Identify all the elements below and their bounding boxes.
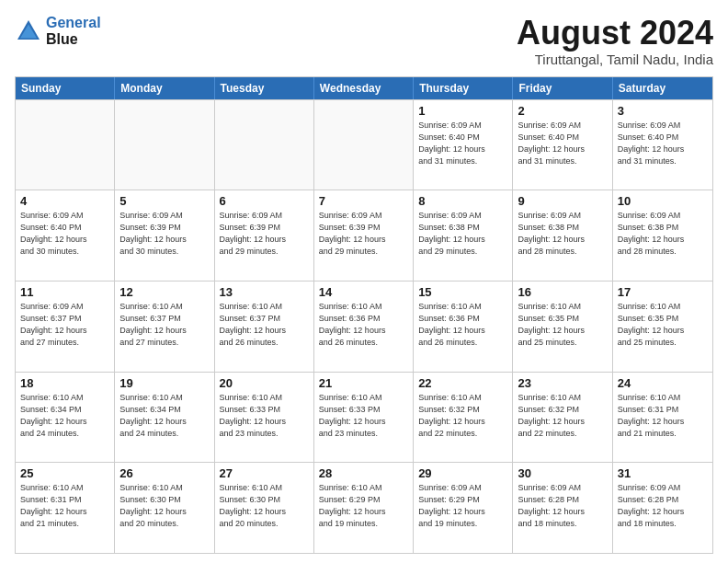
- calendar-header-cell: Tuesday: [215, 77, 314, 99]
- day-detail: Sunrise: 6:10 AM Sunset: 6:31 PM Dayligh…: [618, 392, 708, 440]
- day-number: 17: [618, 285, 708, 299]
- calendar-body: 1Sunrise: 6:09 AM Sunset: 6:40 PM Daylig…: [16, 99, 712, 553]
- calendar-cell: 3Sunrise: 6:09 AM Sunset: 6:40 PM Daylig…: [613, 100, 712, 190]
- day-number: 25: [20, 466, 109, 480]
- calendar-header-cell: Monday: [115, 77, 214, 99]
- day-detail: Sunrise: 6:09 AM Sunset: 6:38 PM Dayligh…: [618, 210, 708, 258]
- day-detail: Sunrise: 6:09 AM Sunset: 6:40 PM Dayligh…: [618, 120, 708, 167]
- calendar-cell: 7Sunrise: 6:09 AM Sunset: 6:39 PM Daylig…: [314, 190, 414, 281]
- day-number: 22: [418, 376, 507, 390]
- calendar-cell: 5Sunrise: 6:09 AM Sunset: 6:39 PM Daylig…: [115, 190, 214, 281]
- calendar-cell: 14Sunrise: 6:10 AM Sunset: 6:36 PM Dayli…: [314, 282, 414, 372]
- calendar-cell: 25Sunrise: 6:10 AM Sunset: 6:31 PM Dayli…: [16, 463, 115, 553]
- calendar-cell: 27Sunrise: 6:10 AM Sunset: 6:30 PM Dayli…: [215, 463, 314, 553]
- day-number: 26: [119, 466, 209, 480]
- calendar-header: SundayMondayTuesdayWednesdayThursdayFrid…: [16, 77, 712, 99]
- day-number: 30: [518, 466, 607, 480]
- day-detail: Sunrise: 6:10 AM Sunset: 6:31 PM Dayligh…: [20, 482, 109, 530]
- day-number: 15: [418, 285, 507, 299]
- calendar-cell: 12Sunrise: 6:10 AM Sunset: 6:37 PM Dayli…: [115, 282, 214, 372]
- day-detail: Sunrise: 6:10 AM Sunset: 6:30 PM Dayligh…: [220, 482, 309, 530]
- calendar-cell: 16Sunrise: 6:10 AM Sunset: 6:35 PM Dayli…: [513, 282, 612, 372]
- calendar-row: 18Sunrise: 6:10 AM Sunset: 6:34 PM Dayli…: [16, 372, 712, 463]
- calendar-cell: 22Sunrise: 6:10 AM Sunset: 6:32 PM Dayli…: [414, 373, 513, 463]
- calendar-cell: 2Sunrise: 6:09 AM Sunset: 6:40 PM Daylig…: [513, 100, 612, 190]
- calendar-cell: 9Sunrise: 6:09 AM Sunset: 6:38 PM Daylig…: [513, 190, 612, 281]
- calendar-cell: 31Sunrise: 6:09 AM Sunset: 6:28 PM Dayli…: [613, 463, 712, 553]
- day-detail: Sunrise: 6:10 AM Sunset: 6:32 PM Dayligh…: [418, 392, 507, 440]
- day-detail: Sunrise: 6:09 AM Sunset: 6:38 PM Dayligh…: [418, 210, 507, 258]
- calendar-row: 1Sunrise: 6:09 AM Sunset: 6:40 PM Daylig…: [16, 99, 712, 190]
- day-number: 21: [319, 376, 408, 390]
- calendar-cell: 4Sunrise: 6:09 AM Sunset: 6:40 PM Daylig…: [16, 190, 115, 281]
- day-detail: Sunrise: 6:10 AM Sunset: 6:32 PM Dayligh…: [518, 392, 607, 440]
- calendar-header-cell: Wednesday: [314, 77, 414, 99]
- day-detail: Sunrise: 6:09 AM Sunset: 6:37 PM Dayligh…: [20, 301, 109, 349]
- calendar: SundayMondayTuesdayWednesdayThursdayFrid…: [15, 76, 713, 554]
- calendar-cell: 24Sunrise: 6:10 AM Sunset: 6:31 PM Dayli…: [613, 373, 712, 463]
- day-detail: Sunrise: 6:09 AM Sunset: 6:40 PM Dayligh…: [518, 120, 607, 167]
- day-number: 14: [319, 285, 408, 299]
- day-number: 2: [518, 104, 607, 118]
- day-detail: Sunrise: 6:10 AM Sunset: 6:37 PM Dayligh…: [220, 301, 309, 349]
- day-detail: Sunrise: 6:09 AM Sunset: 6:28 PM Dayligh…: [518, 482, 607, 530]
- calendar-cell: 17Sunrise: 6:10 AM Sunset: 6:35 PM Dayli…: [613, 282, 712, 372]
- day-number: 16: [518, 285, 607, 299]
- header: General Blue August 2024 Tiruttangal, Ta…: [15, 15, 713, 67]
- calendar-cell: 15Sunrise: 6:10 AM Sunset: 6:36 PM Dayli…: [414, 282, 513, 372]
- day-number: 24: [618, 376, 708, 390]
- calendar-cell: 19Sunrise: 6:10 AM Sunset: 6:34 PM Dayli…: [115, 373, 214, 463]
- calendar-cell: 28Sunrise: 6:10 AM Sunset: 6:29 PM Dayli…: [314, 463, 414, 553]
- calendar-cell: 18Sunrise: 6:10 AM Sunset: 6:34 PM Dayli…: [16, 373, 115, 463]
- day-number: 4: [20, 194, 109, 208]
- calendar-cell: 30Sunrise: 6:09 AM Sunset: 6:28 PM Dayli…: [513, 463, 612, 553]
- logo-icon: [15, 17, 42, 45]
- day-number: 1: [418, 104, 507, 118]
- day-detail: Sunrise: 6:09 AM Sunset: 6:39 PM Dayligh…: [319, 210, 408, 258]
- day-detail: Sunrise: 6:09 AM Sunset: 6:28 PM Dayligh…: [618, 482, 708, 530]
- calendar-cell: 6Sunrise: 6:09 AM Sunset: 6:39 PM Daylig…: [215, 190, 314, 281]
- calendar-header-cell: Thursday: [414, 77, 513, 99]
- day-number: 31: [618, 466, 708, 480]
- subtitle: Tiruttangal, Tamil Nadu, India: [517, 52, 713, 67]
- day-detail: Sunrise: 6:10 AM Sunset: 6:33 PM Dayligh…: [319, 392, 408, 440]
- day-number: 12: [119, 285, 209, 299]
- day-number: 29: [418, 466, 507, 480]
- day-number: 7: [319, 194, 408, 208]
- day-detail: Sunrise: 6:10 AM Sunset: 6:34 PM Dayligh…: [20, 392, 109, 440]
- logo-text: General Blue: [46, 15, 101, 47]
- logo: General Blue: [15, 15, 101, 47]
- calendar-cell: [215, 100, 314, 190]
- calendar-cell: 23Sunrise: 6:10 AM Sunset: 6:32 PM Dayli…: [513, 373, 612, 463]
- page: General Blue August 2024 Tiruttangal, Ta…: [0, 0, 728, 563]
- title-block: August 2024 Tiruttangal, Tamil Nadu, Ind…: [517, 15, 713, 67]
- calendar-cell: 13Sunrise: 6:10 AM Sunset: 6:37 PM Dayli…: [215, 282, 314, 372]
- day-detail: Sunrise: 6:10 AM Sunset: 6:37 PM Dayligh…: [119, 301, 209, 349]
- day-number: 27: [220, 466, 309, 480]
- calendar-cell: [16, 100, 115, 190]
- day-detail: Sunrise: 6:09 AM Sunset: 6:39 PM Dayligh…: [119, 210, 209, 258]
- day-number: 23: [518, 376, 607, 390]
- day-detail: Sunrise: 6:09 AM Sunset: 6:39 PM Dayligh…: [220, 210, 309, 258]
- day-number: 28: [319, 466, 408, 480]
- day-detail: Sunrise: 6:10 AM Sunset: 6:33 PM Dayligh…: [220, 392, 309, 440]
- day-number: 10: [618, 194, 708, 208]
- day-detail: Sunrise: 6:10 AM Sunset: 6:36 PM Dayligh…: [319, 301, 408, 349]
- day-number: 11: [20, 285, 109, 299]
- day-number: 19: [119, 376, 209, 390]
- calendar-cell: 21Sunrise: 6:10 AM Sunset: 6:33 PM Dayli…: [314, 373, 414, 463]
- calendar-cell: 26Sunrise: 6:10 AM Sunset: 6:30 PM Dayli…: [115, 463, 214, 553]
- day-number: 18: [20, 376, 109, 390]
- day-detail: Sunrise: 6:10 AM Sunset: 6:29 PM Dayligh…: [319, 482, 408, 530]
- calendar-header-cell: Friday: [513, 77, 612, 99]
- calendar-cell: [314, 100, 414, 190]
- calendar-cell: 1Sunrise: 6:09 AM Sunset: 6:40 PM Daylig…: [414, 100, 513, 190]
- main-title: August 2024: [517, 15, 713, 52]
- day-detail: Sunrise: 6:10 AM Sunset: 6:30 PM Dayligh…: [119, 482, 209, 530]
- calendar-cell: [115, 100, 214, 190]
- day-number: 13: [220, 285, 309, 299]
- calendar-cell: 8Sunrise: 6:09 AM Sunset: 6:38 PM Daylig…: [414, 190, 513, 281]
- day-number: 9: [518, 194, 607, 208]
- calendar-header-cell: Sunday: [16, 77, 115, 99]
- calendar-cell: 10Sunrise: 6:09 AM Sunset: 6:38 PM Dayli…: [613, 190, 712, 281]
